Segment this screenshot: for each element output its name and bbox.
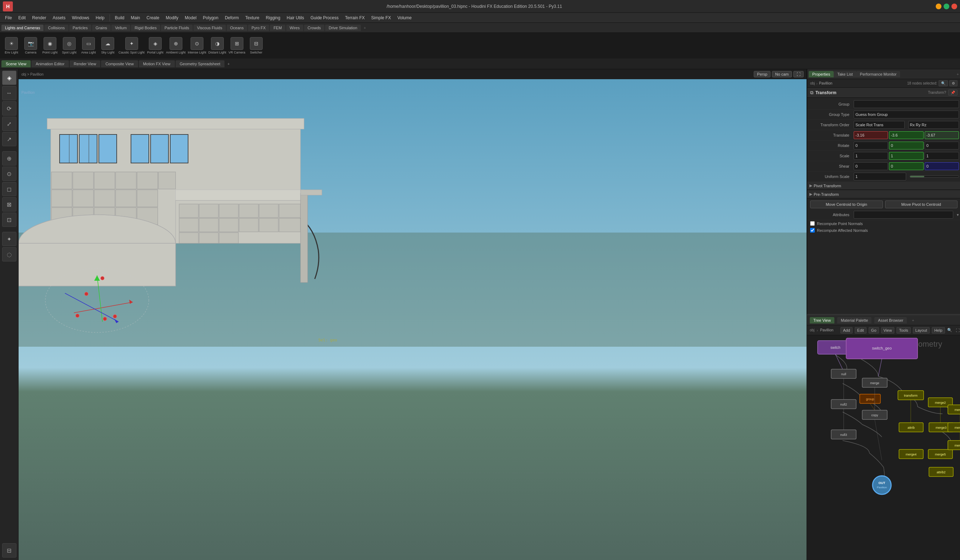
tab-motion-fx[interactable]: Motion FX View	[139, 60, 175, 67]
tool-transform[interactable]: ↗	[2, 132, 16, 146]
search-btn[interactable]: 🔍	[939, 80, 948, 86]
tool-light[interactable]: ✦	[2, 232, 16, 246]
tool-handle[interactable]: ◻	[2, 182, 16, 196]
shelf-tool-skylight[interactable]: ☁ Sky Light	[99, 37, 116, 54]
uniform-scale-slider[interactable]	[910, 175, 959, 178]
tab-properties[interactable]: Properties	[809, 71, 834, 77]
close-button[interactable]	[952, 3, 957, 9]
shelf-tool-caustic[interactable]: ✦ Caustic Spot Light	[118, 37, 144, 54]
ne-tab-asset[interactable]: Asset Browser	[874, 317, 907, 324]
shelf-tool-vrcamera[interactable]: ⊞ VR Camera	[229, 37, 246, 54]
attributes-input[interactable]	[854, 211, 953, 219]
menu-texture[interactable]: Texture	[242, 14, 262, 21]
shelf-tool-pointlight[interactable]: ◉ Point Light	[42, 37, 59, 54]
transform-order-select[interactable]: Scale Rot Trans	[854, 121, 905, 129]
tool-pivot[interactable]: ⊠	[2, 197, 16, 212]
menu-assets[interactable]: Assets	[50, 14, 68, 21]
recompute-affected-cb[interactable]	[810, 228, 815, 233]
menu-help[interactable]: Help	[93, 14, 107, 21]
shear-y[interactable]: 0	[889, 162, 923, 170]
shelf-tab-fem[interactable]: FEM	[270, 25, 285, 31]
menu-volume[interactable]: Volume	[394, 14, 414, 21]
node-canvas[interactable]: Geometry	[807, 335, 960, 560]
menu-polygon[interactable]: Polygon	[200, 14, 221, 21]
menu-render[interactable]: Render	[29, 14, 49, 21]
shear-x[interactable]: 0	[854, 162, 888, 170]
shelf-tool-spotlight[interactable]: ◎ Spot Light	[61, 37, 78, 54]
tab-takelists[interactable]: Take List	[834, 71, 856, 77]
menu-model[interactable]: Model	[182, 14, 200, 21]
add-pane-button[interactable]: +	[227, 62, 229, 66]
tool-snap[interactable]: ⊕	[2, 151, 16, 166]
shelf-tab-collisions[interactable]: Collisions	[44, 25, 68, 31]
tool-select[interactable]: ◈	[2, 71, 16, 85]
menu-terrain[interactable]: Terrain FX	[342, 14, 368, 21]
rotate-z[interactable]: 0	[925, 142, 959, 150]
menu-hair[interactable]: Hair Utils	[284, 14, 307, 21]
translate-y[interactable]: -3.6	[889, 131, 923, 139]
tool-grid[interactable]: ⊡	[2, 212, 16, 227]
shelf-tab-particles[interactable]: Particles	[69, 25, 91, 31]
tool-rotate[interactable]: ⟳	[2, 101, 16, 116]
ne-view-btn[interactable]: View	[881, 327, 895, 333]
move-pivot-btn[interactable]: Move Pivot to Centroid	[885, 201, 958, 208]
perspective-btn[interactable]: Persp	[754, 71, 771, 77]
tool-view-options[interactable]: ⊟	[2, 543, 16, 557]
menu-create[interactable]: Create	[144, 14, 162, 21]
menu-guide-proc[interactable]: Guide Process	[308, 14, 342, 21]
shelf-tab-drive[interactable]: Drive Simulation	[325, 25, 361, 31]
shelf-tab-pyrofx[interactable]: Pyro FX	[248, 25, 269, 31]
menu-modify[interactable]: Modify	[163, 14, 181, 21]
group-type-select[interactable]: Guess from Group	[854, 110, 959, 118]
minimize-button[interactable]	[936, 3, 941, 9]
menu-deform[interactable]: Deform	[222, 14, 242, 21]
shelf-tab-vellum[interactable]: Vellum	[111, 25, 130, 31]
attributes-expand[interactable]: ▾	[957, 212, 959, 217]
shelf-tab-oceans[interactable]: Oceans	[227, 25, 247, 31]
menu-file[interactable]: File	[2, 14, 14, 21]
ne-go-btn[interactable]: Go	[869, 327, 879, 333]
ne-tools-btn[interactable]: Tools	[896, 327, 911, 333]
maximize-button[interactable]	[944, 3, 949, 9]
ne-tab-material[interactable]: Material Palette	[837, 317, 872, 324]
panel-add-tab[interactable]: +	[957, 72, 959, 77]
ne-add-tab[interactable]: +	[912, 318, 914, 322]
scale-z[interactable]: 1	[925, 152, 959, 160]
tab-render-view[interactable]: Render View	[70, 60, 101, 67]
shelf-tab-lights[interactable]: Lights and Cameras	[2, 25, 43, 31]
menu-windows[interactable]: Windows	[69, 14, 92, 21]
scale-y[interactable]: 1	[889, 152, 923, 160]
move-centroid-btn[interactable]: Move Centroid to Origin	[810, 201, 883, 208]
ne-layout-btn[interactable]: Layout	[913, 327, 930, 333]
shelf-add[interactable]: +	[364, 26, 366, 30]
shelf-tab-wires[interactable]: Wires	[286, 25, 303, 31]
ne-fit[interactable]: ⛶	[956, 328, 960, 332]
menu-edit[interactable]: Edit	[15, 14, 29, 21]
shelf-tool-portal[interactable]: ◈ Portal Light	[147, 37, 164, 54]
rotate-order-select[interactable]: Rx Ry Rz	[908, 121, 959, 129]
tool-move[interactable]: ↔	[2, 86, 16, 100]
translate-x[interactable]: -3.16	[854, 131, 888, 139]
ne-tab-tree[interactable]: Tree View	[810, 317, 834, 324]
shelf-tool-switcher[interactable]: ⊟ Switcher	[248, 37, 265, 54]
shelf-tool-envlight[interactable]: ☀ Env Light	[3, 37, 20, 54]
shelf-tool-distantlight[interactable]: ◑ Distant Light	[208, 37, 226, 54]
tool-scale[interactable]: ⤢	[2, 116, 16, 131]
tool-display[interactable]: ⊙	[2, 167, 16, 181]
pivot-transform-section[interactable]: ▶ Pivot Transform	[807, 182, 960, 190]
ne-search[interactable]: 🔍	[947, 328, 952, 332]
shelf-tab-particle-fluids[interactable]: Particle Fluids	[161, 25, 193, 31]
shear-z[interactable]: 0	[925, 162, 959, 170]
viewport-3d[interactable]: obj > Pavillion Persp No cam ⛶	[19, 69, 806, 560]
shelf-tab-grains[interactable]: Grains	[92, 25, 110, 31]
scale-x[interactable]: 1	[854, 152, 888, 160]
shelf-tab-rigid[interactable]: Rigid Bodies	[131, 25, 160, 31]
uniform-scale-input[interactable]: 1	[854, 172, 906, 180]
shelf-tool-arealight[interactable]: ▭ Area Light	[80, 37, 97, 54]
tab-animation-editor[interactable]: Animation Editor	[31, 60, 69, 67]
group-input[interactable]	[854, 100, 959, 108]
shelf-tool-intense[interactable]: ⊙ Intense Light	[188, 37, 206, 54]
cam-btn[interactable]: No cam	[772, 71, 792, 77]
rotate-x[interactable]: 0	[854, 142, 888, 150]
translate-z[interactable]: -3.67	[925, 131, 959, 139]
